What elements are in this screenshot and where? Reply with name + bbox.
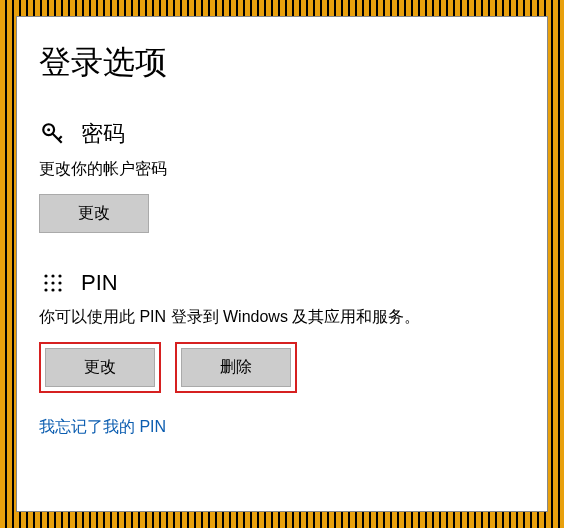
highlight-change: 更改: [39, 342, 161, 393]
pin-section-title: PIN: [81, 270, 118, 296]
pin-pad-icon: [39, 269, 67, 297]
svg-point-5: [44, 281, 47, 284]
pin-section-desc: 你可以使用此 PIN 登录到 Windows 及其应用和服务。: [39, 307, 525, 328]
settings-panel: 登录选项 密码 更改你的帐户密码 更改: [16, 16, 548, 512]
password-button-row: 更改: [39, 194, 525, 233]
svg-point-6: [51, 281, 54, 284]
change-pin-button[interactable]: 更改: [45, 348, 155, 387]
password-section: 密码 更改你的帐户密码 更改: [39, 119, 525, 233]
password-section-desc: 更改你的帐户密码: [39, 159, 525, 180]
svg-point-7: [58, 281, 61, 284]
key-icon: [39, 120, 67, 148]
svg-point-8: [44, 288, 47, 291]
highlight-delete: 删除: [175, 342, 297, 393]
pin-button-row: 更改 删除: [39, 342, 525, 393]
svg-point-1: [47, 128, 50, 131]
svg-point-9: [51, 288, 54, 291]
pin-section: PIN 你可以使用此 PIN 登录到 Windows 及其应用和服务。 更改 删…: [39, 269, 525, 438]
svg-point-10: [58, 288, 61, 291]
svg-point-3: [51, 274, 54, 277]
delete-pin-button[interactable]: 删除: [181, 348, 291, 387]
forgot-pin-link[interactable]: 我忘记了我的 PIN: [39, 417, 166, 438]
svg-point-4: [58, 274, 61, 277]
password-section-header: 密码: [39, 119, 525, 149]
change-password-button[interactable]: 更改: [39, 194, 149, 233]
password-section-title: 密码: [81, 119, 125, 149]
page-title: 登录选项: [39, 41, 525, 85]
decorative-frame: 登录选项 密码 更改你的帐户密码 更改: [0, 0, 564, 528]
pin-section-header: PIN: [39, 269, 525, 297]
svg-point-2: [44, 274, 47, 277]
